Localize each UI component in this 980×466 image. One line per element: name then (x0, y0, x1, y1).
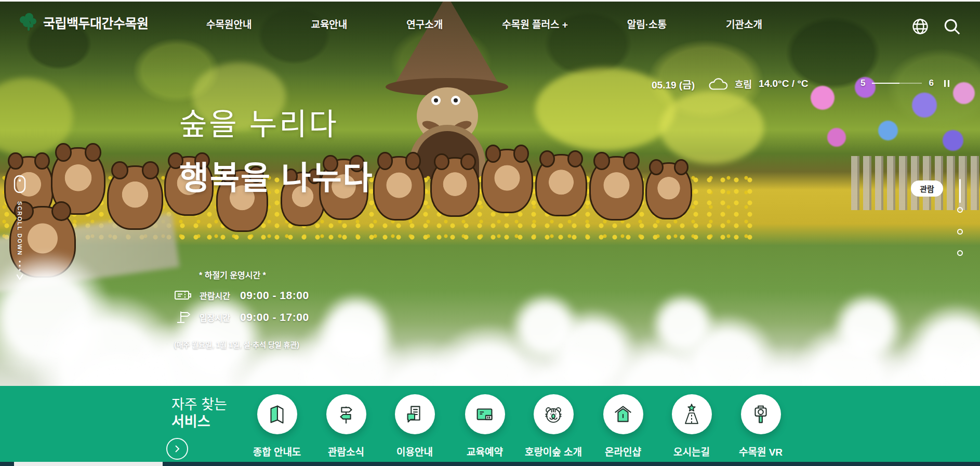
hero-title: 숲을 누리다 행복을 나누다 (179, 100, 373, 199)
education-reservation-icon (473, 403, 497, 426)
nav-item-education-guide[interactable]: 교육안내 (311, 17, 347, 31)
services-heading-line2: 서비스 (171, 413, 227, 431)
chevron-right-icon (173, 445, 181, 453)
carousel-total: 6 (929, 78, 933, 88)
weather-temperature: 14.0°C / °C (759, 78, 808, 89)
ticket-icon (174, 289, 192, 302)
logo-icon (18, 12, 38, 33)
section-tooltip-viewing[interactable]: 관람 (911, 180, 943, 197)
entry-hours-row: 입장시간 09:00 - 17:00 (174, 310, 309, 325)
services-next-button[interactable] (166, 438, 188, 460)
services-heading: 자주 찾는 서비스 (171, 396, 227, 431)
section-indicator-active (959, 179, 961, 203)
service-education-reservation[interactable]: 교육예약 (451, 394, 519, 458)
vr-icon (749, 403, 773, 426)
bottom-scroll-thumb[interactable] (14, 462, 163, 466)
pause-icon[interactable] (944, 80, 949, 87)
carousel-progress-track (872, 83, 922, 84)
banner-carousel-indicator: 5 6 (860, 78, 949, 88)
usage-info-icon (403, 403, 427, 426)
hero-title-line2: 행복을 나누다 (179, 152, 373, 199)
search-icon[interactable] (943, 17, 961, 36)
section-dot-1[interactable] (957, 207, 963, 213)
service-directions[interactable]: 오시는길 (657, 394, 726, 458)
carousel-progress-fill (872, 83, 899, 84)
viewing-hours-label: 관람시간 (200, 289, 240, 302)
service-arboretum-vr[interactable]: 수목원 VR (726, 394, 795, 458)
online-shop-icon (611, 403, 635, 426)
service-visit-news[interactable]: 관람소식 (312, 394, 380, 458)
signpost-icon (174, 310, 192, 324)
viewing-hours-value: 09:00 - 18:00 (240, 289, 309, 302)
quick-services-section: 자주 찾는 서비스 종합 안내도 (0, 386, 980, 462)
nav-item-news[interactable]: 알림·소통 (627, 17, 667, 31)
closed-days-note: (매주 월요일, 1월 1일, 설·추석 당일 휴관) (174, 339, 309, 350)
bottom-scroll-bar (0, 462, 980, 466)
operating-hours: * 하절기 운영시간 * 관람시간 09:00 - 18:00 입장시간 09:… (174, 268, 309, 350)
directions-icon (680, 403, 704, 426)
main-navigation: 수목원안내 교육안내 연구소개 수목원 플러스 + 알림·소통 기관소개 (206, 2, 762, 45)
mouse-scroll-icon (12, 174, 27, 194)
nav-item-about[interactable]: 기관소개 (726, 17, 762, 31)
site-logo[interactable]: 국립백두대간수목원 (18, 12, 149, 33)
site-header: 국립백두대간수목원 수목원안내 교육안내 연구소개 수목원 플러스 + 알림·소… (0, 2, 980, 45)
globe-icon[interactable] (911, 17, 930, 36)
service-tiger-forest[interactable]: 호랑이숲 소개 (519, 394, 588, 458)
logo-text: 국립백두대간수목원 (43, 13, 149, 32)
top-edge-line (0, 0, 980, 2)
tiger-forest-icon (541, 403, 565, 426)
service-usage-info[interactable]: 이용안내 (380, 394, 449, 458)
scroll-down-label: SCROLL DOWN (17, 201, 23, 256)
hero-background-image (0, 0, 980, 386)
weather-condition: 흐림 (735, 77, 752, 90)
viewing-hours-row: 관람시간 09:00 - 18:00 (174, 288, 309, 303)
weather-widget: 05.19 (금) 흐림 14.0°C / °C (652, 76, 809, 92)
nav-item-arboretum-guide[interactable]: 수목원안내 (206, 17, 251, 31)
section-dot-3[interactable] (957, 250, 963, 256)
hours-title: * 하절기 운영시간 * (199, 268, 309, 281)
entry-hours-value: 09:00 - 17:00 (240, 311, 309, 323)
cloud-icon (708, 76, 729, 91)
nav-item-research[interactable]: 연구소개 (406, 17, 443, 31)
scroll-arrow-down-icon (16, 260, 23, 282)
section-dot-2[interactable] (957, 229, 963, 235)
scroll-down-indicator: SCROLL DOWN (11, 174, 28, 282)
service-online-shop[interactable]: 온라인샵 (589, 394, 657, 458)
service-guide-map[interactable]: 종합 안내도 (243, 394, 311, 458)
entry-hours-label: 입장시간 (200, 311, 240, 323)
weather-date: 05.19 (금) (652, 77, 695, 91)
hero-title-line1: 숲을 누리다 (179, 100, 373, 144)
nav-item-arboretum-plus[interactable]: 수목원 플러스 + (502, 17, 568, 31)
services-heading-line1: 자주 찾는 (171, 396, 227, 413)
main-page: 국립백두대간수목원 수목원안내 교육안내 연구소개 수목원 플러스 + 알림·소… (0, 0, 980, 466)
carousel-current: 5 (860, 78, 865, 88)
visit-news-icon (334, 403, 358, 426)
guide-map-icon (265, 403, 289, 426)
